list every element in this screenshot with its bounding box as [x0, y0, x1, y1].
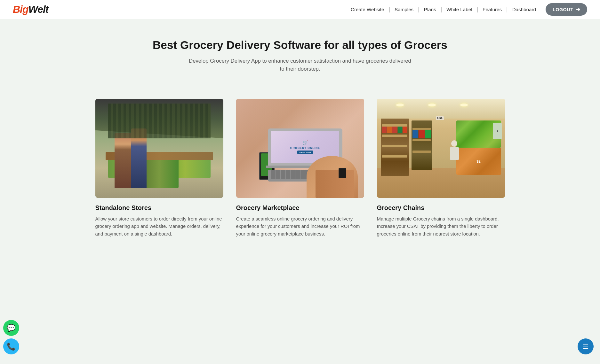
logout-arrow-icon: ➜ — [576, 6, 580, 12]
card-marketplace-desc: Create a seamless online grocery orderin… — [236, 215, 364, 238]
cards-section: Standalone Stores Allow your store custo… — [0, 86, 600, 257]
hero-section: Best Grocery Delivery Software for all t… — [0, 19, 600, 86]
nav-white-label[interactable]: White Label — [442, 7, 476, 12]
logout-label: LOGOUT — [553, 7, 573, 12]
whatsapp-icon: 💬 — [7, 324, 16, 332]
card-marketplace-title: Grocery Marketplace — [236, 204, 364, 212]
logo[interactable]: BigWelt — [13, 4, 49, 15]
logo-welt: Welt — [28, 4, 49, 15]
card-standalone-desc: Allow your store customers to order dire… — [95, 215, 223, 238]
chat-button[interactable]: ☰ — [578, 338, 594, 354]
hero-title: Best Grocery Delivery Software for all t… — [13, 38, 587, 52]
logout-button[interactable]: LOGOUT ➜ — [546, 3, 587, 16]
phone-button[interactable]: 📞 — [3, 338, 19, 354]
card-chains-desc: Manage multiple Grocery chains from a si… — [377, 215, 505, 238]
nav-samples[interactable]: Samples — [390, 7, 418, 12]
whatsapp-button[interactable]: 💬 — [3, 320, 19, 336]
card-marketplace-image: 🛒 GROCERY ONLINE SHOP NOW — [236, 99, 364, 198]
header: BigWelt Create Website | Samples | Plans… — [0, 0, 600, 19]
card-standalone: Standalone Stores Allow your store custo… — [95, 99, 223, 238]
nav-dashboard[interactable]: Dashboard — [508, 7, 540, 12]
nav: Create Website | Samples | Plans | White… — [346, 3, 587, 16]
hero-subtitle: Develop Grocery Delivery App to enhance … — [188, 57, 412, 73]
nav-plans[interactable]: Plans — [420, 7, 441, 12]
float-buttons: 💬 📞 — [3, 320, 19, 354]
card-standalone-title: Standalone Stores — [95, 204, 223, 212]
chat-icon: ☰ — [583, 343, 589, 350]
nav-features[interactable]: Features — [478, 7, 506, 12]
nav-create-website[interactable]: Create Website — [346, 7, 388, 12]
logo-big: Big — [13, 4, 28, 15]
card-chains-image: $2 1 9.99 — [377, 99, 505, 198]
card-standalone-image — [95, 99, 223, 198]
phone-icon: 📞 — [7, 342, 16, 351]
card-chains: $2 1 9.99 — [377, 99, 505, 238]
card-marketplace: 🛒 GROCERY ONLINE SHOP NOW — [236, 99, 364, 238]
card-chains-title: Grocery Chains — [377, 204, 505, 212]
